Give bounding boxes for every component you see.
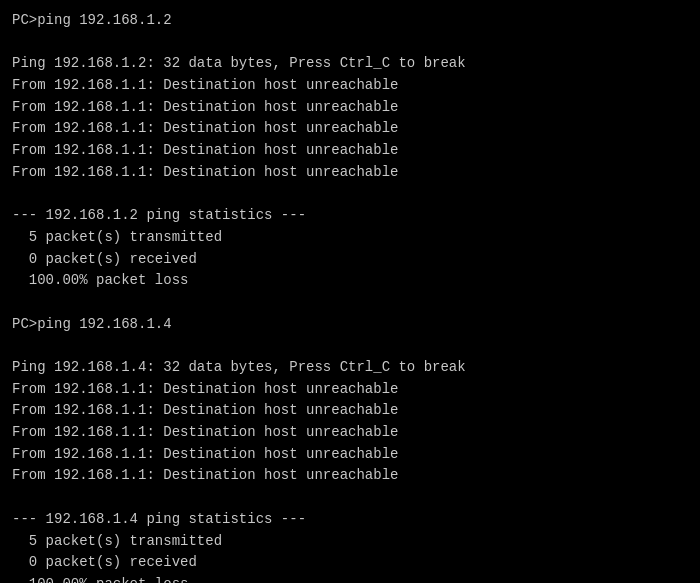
terminal-line: 0 packet(s) received (12, 552, 688, 574)
terminal-line: 0 packet(s) received (12, 249, 688, 271)
terminal-line: PC>ping 192.168.1.4 (12, 314, 688, 336)
terminal-line: From 192.168.1.1: Destination host unrea… (12, 97, 688, 119)
terminal-line: 100.00% packet loss (12, 574, 688, 583)
terminal-line: From 192.168.1.1: Destination host unrea… (12, 379, 688, 401)
terminal-line: From 192.168.1.1: Destination host unrea… (12, 465, 688, 487)
terminal-line: 100.00% packet loss (12, 270, 688, 292)
terminal-line: 5 packet(s) transmitted (12, 227, 688, 249)
terminal-line: From 192.168.1.1: Destination host unrea… (12, 422, 688, 444)
terminal-line: PC>ping 192.168.1.2 (12, 10, 688, 32)
terminal-line: Ping 192.168.1.4: 32 data bytes, Press C… (12, 357, 688, 379)
terminal-line: --- 192.168.1.2 ping statistics --- (12, 205, 688, 227)
terminal-line: From 192.168.1.1: Destination host unrea… (12, 400, 688, 422)
blank-line (12, 487, 688, 509)
terminal-line: --- 192.168.1.4 ping statistics --- (12, 509, 688, 531)
terminal-line: From 192.168.1.1: Destination host unrea… (12, 140, 688, 162)
terminal-line: From 192.168.1.1: Destination host unrea… (12, 75, 688, 97)
terminal-line: Ping 192.168.1.2: 32 data bytes, Press C… (12, 53, 688, 75)
terminal-line: From 192.168.1.1: Destination host unrea… (12, 444, 688, 466)
blank-line (12, 32, 688, 54)
terminal-window: PC>ping 192.168.1.2Ping 192.168.1.2: 32 … (0, 0, 700, 583)
terminal-line: From 192.168.1.1: Destination host unrea… (12, 162, 688, 184)
terminal-line: From 192.168.1.1: Destination host unrea… (12, 118, 688, 140)
blank-line (12, 292, 688, 314)
blank-line (12, 335, 688, 357)
terminal-line: 5 packet(s) transmitted (12, 531, 688, 553)
blank-line (12, 184, 688, 206)
